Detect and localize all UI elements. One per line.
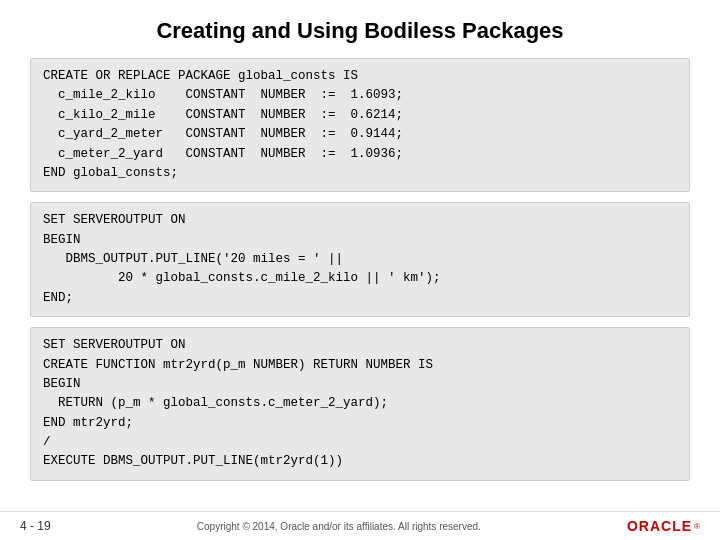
oracle-brand-text: ORACLE [627,518,692,534]
code-block-1: CREATE OR REPLACE PACKAGE global_consts … [30,58,690,192]
copyright-text: Copyright © 2014, Oracle and/or its affi… [51,521,627,532]
code-block-2: SET SERVEROUTPUT ON BEGIN DBMS_OUTPUT.PU… [30,202,690,317]
page-number: 4 - 19 [20,519,51,533]
oracle-registered: ® [694,522,700,531]
code-block-3: SET SERVEROUTPUT ON CREATE FUNCTION mtr2… [30,327,690,481]
footer: 4 - 19 Copyright © 2014, Oracle and/or i… [0,511,720,540]
oracle-logo: ORACLE ® [627,518,700,534]
page-title: Creating and Using Bodiless Packages [156,18,563,44]
